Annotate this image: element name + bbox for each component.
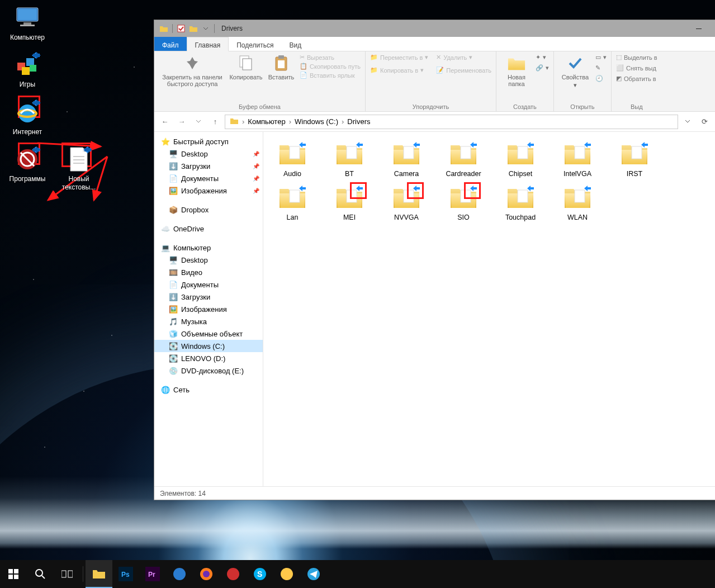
- folder-item[interactable]: Lan: [269, 184, 316, 221]
- sidebar-item-downloads2[interactable]: ⬇️Загрузки: [154, 291, 263, 303]
- properties-icon[interactable]: [175, 22, 187, 35]
- dropdown-chevron-icon[interactable]: [200, 22, 212, 35]
- desktop-icon-programs[interactable]: Программы: [3, 146, 51, 191]
- file-explorer-window: Drivers Файл Главная Поделиться Вид Закр…: [154, 20, 715, 500]
- chevron-right-icon[interactable]: ›: [241, 117, 245, 126]
- breadcrumb-item[interactable]: Компьютер: [245, 117, 287, 126]
- sidebar-item-3d[interactable]: 🧊Объемные объект: [154, 328, 263, 340]
- up-button[interactable]: ↑: [208, 115, 222, 129]
- new-item-button[interactable]: ✦▾: [536, 54, 549, 61]
- sidebar-quick-access[interactable]: ⭐Быстрый доступ: [154, 135, 263, 148]
- pin-to-quick-access-button[interactable]: Закрепить на панели быстрого доступа: [159, 54, 226, 87]
- sidebar-item-lenovo-d[interactable]: 💽LENOVO (D:): [154, 352, 263, 364]
- copy-to-button[interactable]: 📁Копировать в ▾: [370, 67, 428, 74]
- desktop-icon-computer[interactable]: Компьютер: [3, 4, 51, 41]
- sidebar-item-pictures2[interactable]: 🖼️Изображения: [154, 303, 263, 315]
- sidebar-item-documents[interactable]: 📄Документы📌: [154, 172, 263, 184]
- forward-button[interactable]: →: [174, 115, 189, 129]
- breadcrumb[interactable]: › Компьютер › Windows (C:) › Drivers: [225, 115, 678, 129]
- breadcrumb-item[interactable]: Windows (C:): [292, 117, 340, 126]
- sidebar-item-windows-c[interactable]: 💽Windows (C:): [154, 340, 263, 352]
- navigation-pane[interactable]: ⭐Быстрый доступ 🖥️Desktop📌 ⬇️Загрузки📌 📄…: [154, 132, 263, 486]
- taskbar-app-yellow[interactable]: [273, 560, 300, 588]
- taskbar-file-explorer[interactable]: [86, 560, 112, 588]
- folder-item[interactable]: Cardreader: [440, 141, 487, 178]
- folder-item[interactable]: WLAN: [554, 184, 601, 221]
- recent-locations-button[interactable]: [191, 115, 206, 129]
- task-view-button[interactable]: [54, 560, 81, 588]
- chevron-right-icon[interactable]: ›: [288, 117, 292, 126]
- tab-share[interactable]: Поделиться: [229, 37, 281, 51]
- cut-button[interactable]: ✂Вырезать: [300, 54, 361, 61]
- folder-icon[interactable]: [158, 22, 170, 35]
- sidebar-item-pictures[interactable]: 🖼️Изображения📌: [154, 184, 263, 197]
- sidebar-item-desktop[interactable]: 🖥️Desktop📌: [154, 148, 263, 160]
- tab-file[interactable]: Файл: [154, 37, 187, 51]
- properties-button[interactable]: Свойства▾: [558, 54, 592, 89]
- sidebar-computer[interactable]: 💻Компьютер: [154, 241, 263, 254]
- taskbar[interactable]: Ps Pr S: [0, 560, 715, 588]
- taskbar-app-blue[interactable]: [166, 560, 193, 588]
- tab-home[interactable]: Главная: [187, 37, 229, 51]
- folder-item[interactable]: NVVGA: [383, 184, 430, 221]
- start-button[interactable]: [0, 560, 27, 588]
- paste-button[interactable]: Вставить: [266, 54, 296, 80]
- open-button[interactable]: ▭▾: [595, 54, 607, 61]
- folder-item[interactable]: IntelVGA: [554, 141, 601, 178]
- taskbar-app-skype[interactable]: S: [247, 560, 273, 588]
- tree-label: Загрузки: [181, 293, 210, 301]
- taskbar-app-firefox[interactable]: [193, 560, 220, 588]
- sidebar-item-dropbox[interactable]: 📦Dropbox: [154, 203, 263, 216]
- sidebar-onedrive[interactable]: ☁️OneDrive: [154, 222, 263, 235]
- taskbar-app-telegram[interactable]: [300, 560, 327, 588]
- sidebar-item-desktop2[interactable]: 🖥️Desktop: [154, 254, 263, 266]
- taskbar-app-ps[interactable]: Ps: [112, 560, 139, 588]
- breadcrumb-dropdown-button[interactable]: [680, 115, 695, 129]
- breadcrumb-item[interactable]: Drivers: [345, 117, 372, 126]
- select-none-button[interactable]: ⬜Снять выд: [616, 64, 657, 72]
- svg-point-54: [227, 568, 239, 580]
- sidebar-item-music[interactable]: 🎵Музыка: [154, 315, 263, 328]
- copy-button[interactable]: Копировать: [229, 54, 263, 80]
- folder-item[interactable]: Camera: [383, 141, 430, 178]
- folder-item[interactable]: Chipset: [497, 141, 544, 178]
- svg-point-43: [36, 570, 42, 576]
- folder-item[interactable]: Touchpad: [497, 184, 544, 221]
- folder-item[interactable]: Audio: [269, 141, 316, 178]
- new-folder-icon[interactable]: [187, 22, 200, 35]
- rename-button[interactable]: 📝Переименовать: [436, 67, 491, 74]
- minimize-button[interactable]: [686, 20, 712, 37]
- folder-item[interactable]: BT: [326, 141, 373, 178]
- history-button[interactable]: 🕘: [595, 75, 607, 82]
- chevron-right-icon[interactable]: ›: [340, 117, 345, 126]
- invert-selection-button[interactable]: ◩Обратить в: [616, 75, 657, 82]
- taskbar-app-pr[interactable]: Pr: [139, 560, 166, 588]
- select-all-button[interactable]: ⬚Выделить в: [616, 54, 657, 61]
- desktop-icon-new-text[interactable]: Новый текстовы...: [55, 146, 103, 191]
- easy-access-button[interactable]: 🔗▾: [536, 64, 549, 72]
- new-folder-button[interactable]: Новая папка: [501, 54, 532, 87]
- copy-path-button[interactable]: 📋Скопировать путь: [300, 63, 361, 70]
- tab-view[interactable]: Вид: [281, 37, 309, 51]
- delete-button[interactable]: ✕Удалить ▾: [436, 54, 491, 61]
- desktop-icon-internet[interactable]: Интернет: [3, 99, 51, 136]
- search-button[interactable]: [27, 560, 54, 588]
- desktop-icon-games[interactable]: Игры: [3, 51, 51, 88]
- titlebar[interactable]: Drivers: [154, 20, 715, 37]
- file-list[interactable]: Audio BT Camera: [263, 132, 715, 486]
- back-button[interactable]: ←: [158, 115, 172, 129]
- folder-item[interactable]: SIO: [440, 184, 487, 221]
- sidebar-item-dvd[interactable]: 💿DVD-дисковод (E:): [154, 364, 263, 377]
- refresh-button[interactable]: ⟳: [697, 115, 712, 129]
- sidebar-network[interactable]: 🌐Сеть: [154, 383, 263, 396]
- folder-item[interactable]: IRST: [611, 141, 658, 178]
- sidebar-item-videos[interactable]: 🎞️Видео: [154, 266, 263, 278]
- edit-button[interactable]: ✎: [595, 64, 607, 72]
- folder-item[interactable]: MEI: [326, 184, 373, 221]
- taskbar-app-red[interactable]: [220, 560, 247, 588]
- sidebar-item-downloads[interactable]: ⬇️Загрузки📌: [154, 160, 263, 172]
- documents-icon: 📄: [169, 174, 178, 183]
- sidebar-item-documents2[interactable]: 📄Документы: [154, 278, 263, 291]
- paste-shortcut-button[interactable]: 📄Вставить ярлык: [300, 72, 361, 79]
- move-to-button[interactable]: 📁Переместить в ▾: [370, 54, 428, 61]
